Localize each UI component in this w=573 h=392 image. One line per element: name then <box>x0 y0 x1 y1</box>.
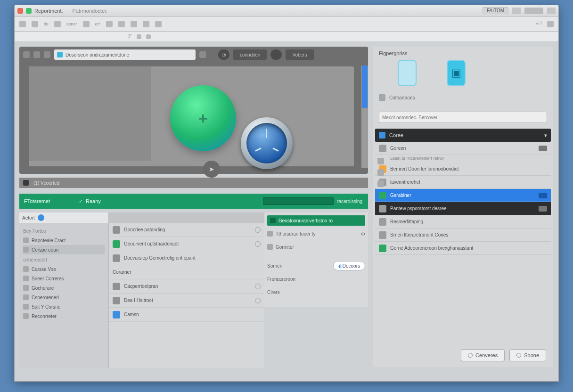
group-head[interactable]: Goreen <box>375 142 551 155</box>
option-label-row: Frencarereon <box>267 274 365 284</box>
row-icon <box>379 205 386 212</box>
footer-icon[interactable] <box>23 180 29 186</box>
row-action-icon[interactable] <box>255 227 261 233</box>
ok-button[interactable]: Soone <box>509 349 546 361</box>
list-row[interactable]: Goocriee patanding <box>109 223 264 237</box>
window-ctrl-icon[interactable] <box>524 8 543 14</box>
btn-label: Soone <box>524 352 539 358</box>
template-thumb[interactable]: ▣ <box>447 60 466 86</box>
actionbar-input[interactable] <box>263 197 334 205</box>
list-item[interactable]: Rapoteale Cract <box>23 236 105 245</box>
dropdown-icon[interactable] <box>146 34 151 39</box>
row-label: Srnen lttrearetranont Cones <box>390 232 448 237</box>
asset-item-selected[interactable]: Garabiner <box>375 189 551 202</box>
expand-icon[interactable]: ▾ <box>544 132 547 139</box>
list-item[interactable]: Srieer Correres <box>23 274 105 283</box>
tool-icon[interactable] <box>106 21 113 27</box>
titlebar-badge[interactable]: FAITOM <box>483 7 508 14</box>
row-label: Gormiter <box>276 245 294 250</box>
time-button[interactable]: ◔ <box>218 49 229 60</box>
tool-icon[interactable] <box>547 21 554 27</box>
rightpanel-title: Figpergoriss <box>379 50 547 56</box>
nav-icon[interactable] <box>44 51 50 58</box>
category-header[interactable]: Coree ▾ <box>375 129 551 142</box>
list-row[interactable]: Camsn <box>109 308 264 322</box>
nav-fwd-icon[interactable] <box>33 51 40 58</box>
address-bar[interactable]: Dosorseon ondracrumentdone <box>54 49 196 60</box>
list-item[interactable]: Reconrreter <box>23 311 105 321</box>
strip-icon[interactable] <box>377 169 384 176</box>
category-label: Coree <box>389 132 403 138</box>
item-label: Csperorened <box>32 295 59 300</box>
list-item[interactable]: Cerspe oean <box>23 245 105 254</box>
template-thumb[interactable] <box>398 60 417 86</box>
row-action-icon[interactable]: ⚙ <box>361 231 365 237</box>
window-min-icon[interactable] <box>512 8 521 14</box>
asset-item[interactable]: lavenntrerehet <box>375 176 551 189</box>
list-row[interactable]: Dea I Haltroot <box>109 294 264 308</box>
nav-back-icon[interactable] <box>23 51 30 58</box>
left-panel-tab[interactable]: Aetort <box>19 212 108 223</box>
value-pill[interactable]: ◐ Docoors <box>333 261 365 270</box>
row-action-icon[interactable] <box>255 241 261 247</box>
option-row[interactable]: Tthorsdran tooer ty⚙ <box>267 229 365 239</box>
tool-icon[interactable] <box>83 21 90 27</box>
tool-icon[interactable] <box>155 21 162 27</box>
app-window: Reportment. Patrmondocter. FAITOM de sen… <box>14 5 559 382</box>
asset-item[interactable]: Bemrert Doon ter laronoobondiet <box>375 163 551 176</box>
connect-button[interactable]: connditen <box>233 49 267 60</box>
list-item[interactable]: Carsse Voe <box>23 264 105 274</box>
preview-rect <box>29 66 151 161</box>
canvas-panel: Dosorseon ondracrumentdone ◔ connditen V… <box>19 47 368 174</box>
list-item[interactable]: Gocherare <box>23 283 105 293</box>
row-action-icon[interactable] <box>255 284 261 289</box>
dial-face <box>246 123 287 163</box>
category-icon <box>379 132 385 139</box>
scroll-thumb[interactable] <box>362 65 368 108</box>
tool-icon[interactable] <box>143 21 149 27</box>
item-label: Carsse Voe <box>32 267 56 272</box>
list-item[interactable]: Csperorened <box>23 293 105 302</box>
item-icon <box>23 266 29 272</box>
item-icon <box>23 304 29 310</box>
item-icon <box>23 285 29 291</box>
window-maximize-icon[interactable] <box>26 8 32 14</box>
option-row[interactable]: Gormiter <box>267 242 365 252</box>
tool-icon[interactable] <box>54 21 61 27</box>
asset-item[interactable]: Pantew psporatorst desree <box>375 202 551 215</box>
attach-icon[interactable] <box>199 51 206 58</box>
window-x-icon[interactable] <box>547 8 556 14</box>
pointer-circle[interactable]: ➤ <box>203 161 220 178</box>
search-input[interactable]: Mecot oorondec. Bercover <box>379 112 547 123</box>
tool-icon[interactable] <box>131 21 137 27</box>
header-label: Geostoonuranivertiston ro <box>278 218 333 223</box>
list-item[interactable]: Sait Y Corsne <box>23 302 105 311</box>
row-icon <box>113 254 120 262</box>
plus-icon: + <box>198 109 208 128</box>
list-row[interactable]: Cacperrtootpran <box>109 279 264 294</box>
asset-item[interactable]: Resmerfittaping <box>375 215 551 229</box>
property-row[interactable]: Cothartiroes <box>379 93 547 102</box>
asset-item[interactable]: Gorne Adeooreneroon brexghanaastant <box>375 242 551 255</box>
row-label: Sornen <box>267 263 282 269</box>
strip-icon[interactable] <box>377 158 384 164</box>
add-circle-button[interactable]: + <box>170 85 236 151</box>
run-button[interactable]: ✓ Raany <box>71 194 108 209</box>
strip-icon[interactable] <box>377 180 384 187</box>
dropdown-icon[interactable] <box>137 34 141 39</box>
cancel-button[interactable]: Cenveres <box>461 349 505 361</box>
vobers-button[interactable]: Vobers <box>286 49 313 60</box>
centre-list-header <box>109 212 264 223</box>
tool-icon[interactable] <box>118 21 125 27</box>
window-close-icon[interactable] <box>17 8 23 14</box>
list-row[interactable]: Corarner <box>109 265 264 279</box>
row-action-icon[interactable] <box>255 298 261 303</box>
option-button[interactable] <box>270 49 282 60</box>
list-row[interactable]: Doevarsiep Gemoctrelig ont opant <box>109 251 264 265</box>
list-row[interactable]: Geourvent opfstnardonaet <box>109 237 264 251</box>
dial-knob[interactable] <box>241 117 293 169</box>
tool-icon[interactable] <box>19 21 26 27</box>
asset-item[interactable]: Srnen lttrearetranont Cones <box>375 229 551 242</box>
option-label-row: Sornen ◐ Docoors <box>267 261 365 271</box>
tool-icon[interactable] <box>32 21 38 27</box>
